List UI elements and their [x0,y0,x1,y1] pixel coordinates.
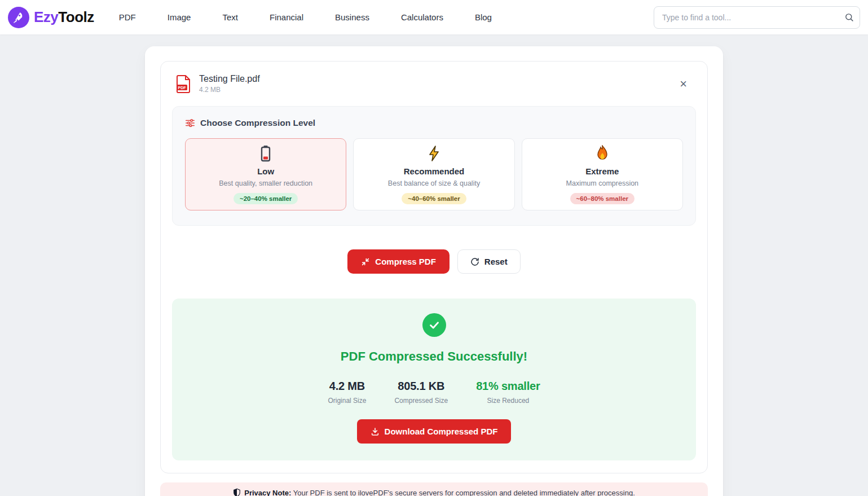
nav-item-text[interactable]: Text [222,12,238,22]
uploaded-file-row: PDF Testing File.pdf 4.2 MB × [172,74,696,94]
file-name: Testing File.pdf [199,74,260,84]
tool-search [654,6,860,29]
download-row: Download Compressed PDF [183,419,685,444]
stat-value: 805.1 KB [394,380,448,393]
option-badge: ~40–60% smaller [402,193,466,204]
stat-original-size: 4.2 MB Original Size [328,380,366,405]
stat-compressed-size: 805.1 KB Compressed Size [394,380,448,405]
compress-icon [361,257,370,266]
option-title: Recommended [404,166,465,176]
option-description: Best quality, smaller reduction [219,179,312,187]
shield-icon [233,488,241,496]
brand-logo[interactable]: EzyToolz [8,7,94,28]
low-battery-icon [260,145,271,162]
search-button[interactable] [842,11,856,24]
main-nav: PDF Image Text Financial Business Calcul… [119,12,492,22]
stat-label: Compressed Size [394,397,448,405]
result-stats: 4.2 MB Original Size 805.1 KB Compressed… [183,380,685,405]
nav-item-blog[interactable]: Blog [475,12,492,22]
stat-size-reduced: 81% smaller Size Reduced [476,380,540,405]
option-recommended[interactable]: Recommended Best balance of size & quali… [353,138,514,210]
download-button-label: Download Compressed PDF [385,427,498,436]
option-title: Low [257,166,274,176]
compression-options: Low Best quality, smaller reduction ~20–… [185,138,683,210]
reset-button-label: Reset [484,257,508,266]
file-meta: Testing File.pdf 4.2 MB [199,74,260,94]
file-size: 4.2 MB [199,86,260,94]
top-header: EzyToolz PDF Image Text Financial Busine… [0,0,868,34]
nav-item-pdf[interactable]: PDF [119,12,136,22]
nav-item-business[interactable]: Business [335,12,369,22]
compression-panel-header: Choose Compression Level [185,118,683,128]
compression-panel-title: Choose Compression Level [200,118,315,128]
reset-icon [470,257,479,266]
remove-file-button[interactable]: × [675,76,691,93]
option-badge: ~20–40% smaller [233,193,298,204]
action-buttons: Compress PDF Reset [172,249,696,274]
svg-text:PDF: PDF [178,85,187,89]
nav-item-calculators[interactable]: Calculators [401,12,443,22]
lightning-icon [426,145,441,162]
success-check-icon [422,313,446,337]
reset-button[interactable]: Reset [457,249,521,274]
privacy-text: Privacy Note: Your PDF is sent to iloveP… [244,489,635,496]
option-description: Maximum compression [566,179,639,187]
compressor-tool-card: PDF Testing File.pdf 4.2 MB × Choose Com… [145,46,723,496]
stat-label: Size Reduced [476,397,540,405]
compress-button-label: Compress PDF [375,257,436,266]
option-title: Extreme [585,166,619,176]
nav-item-financial[interactable]: Financial [270,12,303,22]
option-low[interactable]: Low Best quality, smaller reduction ~20–… [185,138,346,210]
rocket-logo-icon [8,7,29,28]
stat-label: Original Size [328,397,366,405]
compression-level-panel: Choose Compression Level Low [172,106,696,226]
stat-value: 4.2 MB [328,380,366,393]
brand-name: EzyToolz [34,8,94,26]
search-input[interactable] [654,6,860,29]
success-title: PDF Compressed Successfully! [183,349,685,364]
option-badge: ~60–80% smaller [570,193,635,204]
option-description: Best balance of size & quality [388,179,480,187]
privacy-note: Privacy Note: Your PDF is sent to iloveP… [160,482,708,496]
download-icon [371,427,380,436]
pdf-file-icon: PDF [177,75,191,93]
privacy-body: Your PDF is sent to ilovePDF's secure se… [293,489,635,496]
download-compressed-pdf-button[interactable]: Download Compressed PDF [357,419,512,444]
privacy-label: Privacy Note: [244,489,291,496]
compress-pdf-button[interactable]: Compress PDF [347,249,450,274]
nav-item-image[interactable]: Image [168,12,191,22]
sliders-icon [185,118,195,128]
search-icon [844,12,854,22]
fire-icon [596,145,609,162]
compression-result-panel: PDF Compressed Successfully! 4.2 MB Orig… [172,299,696,460]
file-workspace: PDF Testing File.pdf 4.2 MB × Choose Com… [160,61,708,473]
stat-value: 81% smaller [476,380,540,393]
option-extreme[interactable]: Extreme Maximum compression ~60–80% smal… [522,138,683,210]
